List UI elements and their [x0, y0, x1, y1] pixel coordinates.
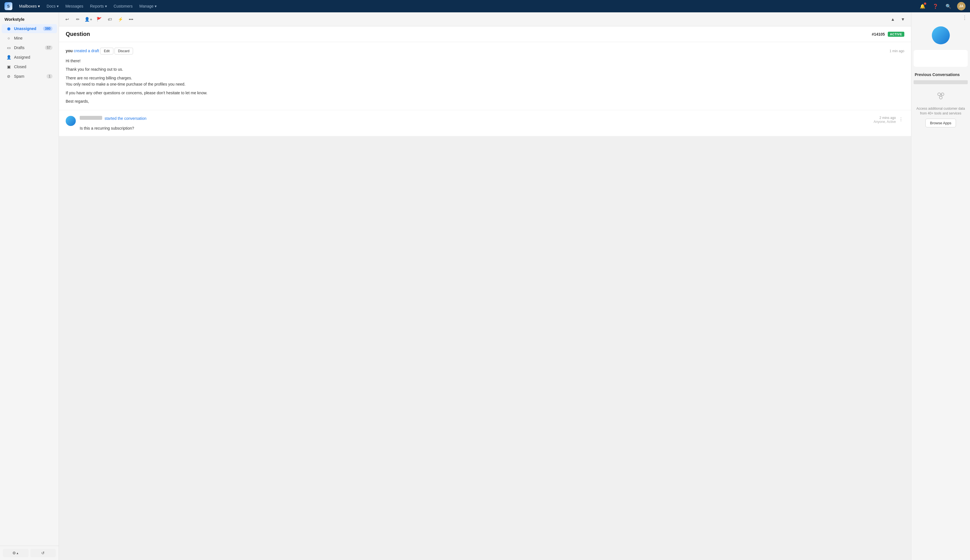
chevron-down-icon: ▾: [57, 4, 58, 8]
customer-name-area: started the conversation: [80, 116, 147, 121]
chevron-down-icon: ▾: [155, 4, 157, 8]
draft-line-4: If you have any other questions or conce…: [66, 90, 904, 96]
svg-point-0: [938, 93, 940, 96]
draft-body: Hi there! Thank you for reaching out to …: [66, 58, 904, 104]
right-panel-more-button[interactable]: ⋮: [962, 15, 967, 21]
settings-button[interactable]: ⚙ ▲: [3, 549, 28, 557]
toolbar-navigation: ▲ ▼: [888, 15, 908, 24]
next-conversation-button[interactable]: ▼: [898, 15, 908, 24]
svg-point-2: [939, 96, 942, 99]
mine-icon: ○: [6, 36, 11, 40]
edit-draft-button[interactable]: Edit: [100, 48, 114, 55]
sidebar-item-label: Spam: [14, 74, 24, 78]
apps-hub-icon: [935, 90, 947, 103]
right-panel-avatar-area: [912, 23, 970, 48]
customer-message-body: started the conversation 2 mins ago Anyo…: [80, 116, 904, 130]
sidebar-item-closed[interactable]: ▣ Closed: [2, 62, 57, 71]
customer-name-blurred: [80, 116, 102, 120]
flag-icon: 🚩: [97, 17, 102, 22]
unassigned-count: 380: [43, 27, 52, 31]
prev-conv-item-1: [913, 80, 968, 84]
prev-conversation-button[interactable]: ▲: [888, 15, 898, 24]
ellipsis-icon: •••: [129, 17, 133, 22]
draft-line-5: Best regards,: [66, 98, 904, 104]
label-button[interactable]: 🏷: [105, 15, 115, 24]
sidebar-item-label: Assigned: [14, 55, 30, 60]
sidebar-item-spam[interactable]: ⊘ Spam 1: [2, 72, 57, 81]
draft-header: you created a draft Edit Discard 1 min a…: [66, 48, 904, 55]
chevron-down-icon: ▾: [105, 4, 107, 8]
sidebar-item-assigned[interactable]: 👤 Assigned: [2, 53, 57, 62]
conversation-header: Question #14105 ACTIVE: [59, 27, 911, 42]
browse-apps-button[interactable]: Browse Apps: [925, 119, 956, 127]
compose-button[interactable]: ↺: [30, 549, 56, 557]
draft-action-label: created a draft: [74, 48, 99, 53]
conversation-id: #14105: [872, 32, 885, 37]
search-icon[interactable]: 🔍: [944, 2, 953, 10]
drafts-icon: ▭: [6, 45, 11, 50]
nav-docs[interactable]: Docs ▾: [47, 4, 58, 8]
action-button[interactable]: ⚡: [116, 15, 125, 24]
flag-button[interactable]: 🚩: [94, 15, 104, 24]
status-badge: ACTIVE: [888, 32, 904, 37]
sidebar-title: Workstyle: [0, 12, 58, 24]
customer-avatar: [66, 116, 76, 126]
customer-message-text: Is this a recurring subscription?: [80, 126, 904, 130]
nav-customers[interactable]: Customers: [114, 4, 133, 8]
spam-count: 1: [47, 74, 52, 78]
sidebar-item-drafts[interactable]: ▭ Drafts 57: [2, 43, 57, 52]
app-logo[interactable]: S: [5, 2, 12, 10]
sidebar-item-label: Mine: [14, 36, 22, 40]
notifications-icon[interactable]: 🔔: [918, 2, 927, 10]
sidebar-item-mine[interactable]: ○ Mine: [2, 34, 57, 43]
nav-manage[interactable]: Manage ▾: [139, 4, 157, 8]
tag-icon: 🏷: [108, 17, 112, 22]
compose-icon: ↺: [41, 551, 45, 555]
previous-conversations-title: Previous Conversations: [912, 69, 970, 78]
right-panel: ⋮ Previous Conversations Access addition…: [911, 12, 970, 560]
unassigned-icon: ◉: [6, 27, 11, 31]
pencil-icon: ✏: [76, 17, 80, 22]
sidebar-item-label: Closed: [14, 65, 27, 69]
back-button[interactable]: ↩: [62, 15, 72, 24]
user-avatar[interactable]: JA: [957, 2, 965, 10]
nav-reports[interactable]: Reports ▾: [90, 4, 107, 8]
customer-message-status: Anyone, Active: [874, 120, 896, 124]
person-plus-icon: 👤+: [85, 17, 92, 22]
conversation-toolbar: ↩ ✏ 👤+ 🚩 🏷 ⚡ ••• ▲: [59, 12, 911, 27]
draft-line-2: Thank you for reaching out to us.: [66, 66, 904, 72]
help-icon[interactable]: ❓: [931, 2, 940, 10]
chevron-up-icon: ▲: [16, 552, 19, 555]
main-content: ↩ ✏ 👤+ 🚩 🏷 ⚡ ••• ▲: [59, 12, 911, 560]
undo-icon: ↩: [65, 17, 69, 22]
contact-info-box: [913, 50, 968, 67]
edit-button[interactable]: ✏: [73, 15, 82, 24]
spam-icon: ⊘: [6, 74, 11, 78]
assign-button[interactable]: 👤+: [83, 15, 93, 24]
drafts-count: 57: [45, 45, 52, 50]
assigned-icon: 👤: [6, 55, 11, 60]
customer-message-more-button[interactable]: ⋮: [898, 116, 904, 123]
contact-avatar: [932, 27, 950, 44]
chevron-down-icon: ▾: [38, 4, 40, 8]
sidebar-item-unassigned[interactable]: ◉ Unassigned 380: [2, 24, 57, 33]
sidebar-footer: ⚙ ▲ ↺: [0, 546, 58, 560]
more-button[interactable]: •••: [126, 15, 136, 24]
main-layout: Workstyle ◉ Unassigned 380 ○ Mine ▭ Draf…: [0, 12, 970, 560]
nav-messages[interactable]: Messages: [65, 4, 83, 8]
nav-mailboxes[interactable]: Mailboxes ▾: [19, 4, 40, 8]
draft-timestamp: 1 min ago: [890, 49, 904, 53]
customer-action-label: started the conversation: [104, 116, 146, 121]
conversation-empty-area: [59, 136, 911, 192]
conversation-meta: #14105 ACTIVE: [872, 32, 904, 37]
gear-icon: ⚙: [12, 551, 16, 555]
conversation-panel: Question #14105 ACTIVE you created a dra…: [59, 27, 911, 560]
draft-message: you created a draft Edit Discard 1 min a…: [59, 42, 911, 110]
discard-draft-button[interactable]: Discard: [115, 48, 133, 55]
customer-message-meta: 2 mins ago Anyone, Active: [874, 116, 896, 124]
conversation-title: Question: [66, 31, 90, 37]
customer-message-time: 2 mins ago: [874, 116, 896, 120]
draft-line-1: Hi there!: [66, 58, 904, 64]
draft-author: you created a draft Edit Discard: [66, 48, 133, 55]
draft-you-label: you: [66, 48, 73, 53]
